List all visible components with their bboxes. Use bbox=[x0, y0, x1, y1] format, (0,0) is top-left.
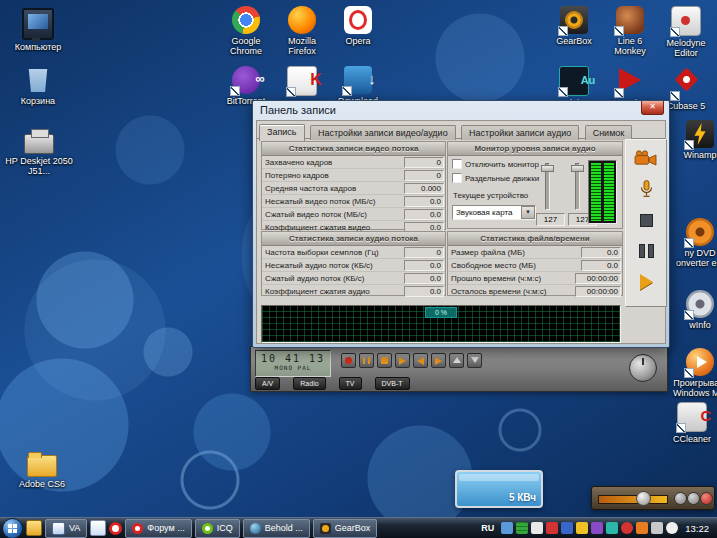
camcorder-icon bbox=[634, 150, 658, 166]
stat-value: 0.0 bbox=[404, 260, 444, 271]
volume-slider-handle[interactable] bbox=[636, 491, 651, 506]
tv-transport-row bbox=[341, 353, 482, 368]
taskbar-button-icq[interactable]: ICQ bbox=[195, 519, 240, 538]
tray-icon[interactable] bbox=[606, 522, 618, 534]
checkbox-icon[interactable] bbox=[452, 173, 462, 183]
desktop-icon-line6-monkey[interactable]: Line 6 Monkey bbox=[602, 6, 658, 66]
tv-record-button[interactable] bbox=[341, 353, 356, 368]
ccleaner-icon bbox=[677, 402, 707, 432]
desktop-icon-hp-printer[interactable]: HP Deskjet 2050 J51... bbox=[2, 128, 76, 176]
desktop-icon-windows-media-player[interactable]: Проигрыва... Windows M... bbox=[668, 348, 717, 398]
recycle-bin-icon bbox=[24, 66, 52, 94]
tv-pause-button[interactable] bbox=[359, 353, 374, 368]
icon-label: CCleaner bbox=[660, 434, 717, 444]
sound-device-select[interactable]: Звуковая карта ▼ bbox=[452, 205, 536, 220]
tray-icon[interactable] bbox=[621, 522, 633, 534]
windows-logo-icon bbox=[8, 524, 17, 533]
mute-monitor-checkbox[interactable]: Отключить монитор bbox=[452, 159, 539, 169]
volume-slider-bar bbox=[591, 486, 715, 510]
speaker-icon[interactable] bbox=[651, 522, 663, 534]
dialog-body: Запись Настройки записи видео/аудио Наст… bbox=[256, 120, 666, 344]
gadget-button-1[interactable] bbox=[674, 492, 687, 505]
stat-row: Потеряно кадров0 bbox=[262, 169, 445, 182]
tray-icon[interactable] bbox=[636, 522, 648, 534]
audio-monitor-group: Монитор уровня записи аудио Отключить мо… bbox=[447, 141, 623, 229]
stat-row: Прошло времени (ч:м:с)00:00:00 bbox=[448, 272, 622, 285]
desktop-icon-recycle-bin[interactable]: Корзина bbox=[6, 66, 70, 106]
play-button[interactable] bbox=[630, 270, 662, 294]
tv-av-button[interactable]: A/V bbox=[255, 377, 280, 390]
desktop-icon-melodyne[interactable]: Melodyne Editor bbox=[658, 6, 714, 66]
tab-snapshot[interactable]: Снимок bbox=[585, 125, 633, 140]
tv-tv-button[interactable]: TV bbox=[339, 377, 362, 390]
gadget-close-button[interactable] bbox=[700, 492, 713, 505]
desktop-icon-opera[interactable]: Opera bbox=[330, 6, 386, 66]
network-icon[interactable] bbox=[666, 522, 678, 534]
volume-knob[interactable] bbox=[629, 354, 657, 382]
desktop-icon-computer[interactable]: Компьютер bbox=[6, 8, 70, 52]
taskbar-button-forum[interactable]: Форум ... bbox=[125, 519, 191, 538]
tv-play-button[interactable] bbox=[395, 353, 410, 368]
tray-icon[interactable] bbox=[516, 522, 528, 534]
dvd-disc-icon bbox=[686, 290, 714, 318]
gadget-button-2[interactable] bbox=[687, 492, 700, 505]
chevron-down-icon[interactable]: ▼ bbox=[521, 206, 535, 219]
taskbar-button-gearbox[interactable]: GearBox bbox=[313, 519, 378, 538]
tray-icon[interactable] bbox=[561, 522, 573, 534]
tab-video-audio-settings[interactable]: Настройки записи видео/аудио bbox=[310, 125, 456, 140]
pause-button[interactable] bbox=[630, 239, 662, 263]
tv-prev-button[interactable] bbox=[413, 353, 428, 368]
stat-value: 0 bbox=[404, 157, 444, 168]
tab-audio-settings[interactable]: Настройки записи аудио bbox=[461, 125, 579, 140]
play-icon bbox=[640, 274, 653, 290]
language-indicator[interactable]: RU bbox=[477, 523, 498, 533]
bittorrent-icon bbox=[232, 66, 260, 94]
download-icon bbox=[344, 66, 372, 94]
tray-icon[interactable] bbox=[501, 522, 513, 534]
tray-icon[interactable] bbox=[591, 522, 603, 534]
close-icon[interactable]: ✕ bbox=[641, 101, 664, 115]
desktop-icon-chrome[interactable]: Google Chrome bbox=[218, 6, 274, 66]
quicklaunch-opera-icon[interactable] bbox=[109, 522, 122, 535]
stat-value: 0.0 bbox=[581, 260, 621, 271]
desktop-icon-adobe-cs6[interactable]: Adobe CS6 bbox=[10, 450, 74, 489]
checkbox-icon[interactable] bbox=[452, 159, 462, 169]
tab-record[interactable]: Запись bbox=[259, 124, 305, 141]
record-video-button[interactable] bbox=[630, 146, 662, 170]
icon-label: wInfo bbox=[668, 320, 717, 330]
start-button[interactable] bbox=[2, 518, 23, 538]
left-slider-handle[interactable] bbox=[541, 165, 554, 172]
record-audio-button[interactable] bbox=[630, 177, 662, 201]
tray-icon[interactable] bbox=[531, 522, 543, 534]
stop-button[interactable] bbox=[630, 208, 662, 232]
taskbar-button-va[interactable]: VA bbox=[45, 519, 87, 538]
volume-track[interactable] bbox=[598, 495, 668, 504]
split-sliders-checkbox[interactable]: Раздельные движки bbox=[452, 173, 539, 183]
transport-panel bbox=[625, 139, 667, 307]
tv-channel-down-button[interactable] bbox=[467, 353, 482, 368]
right-slider-handle[interactable] bbox=[571, 165, 584, 172]
desktop-icon-ccleaner[interactable]: CCleaner bbox=[660, 402, 717, 444]
icon-label: Winamp bbox=[668, 150, 717, 160]
tv-channel-up-button[interactable] bbox=[449, 353, 464, 368]
group-title: Статистика записи аудио потока bbox=[262, 232, 445, 246]
opera-icon bbox=[132, 523, 143, 534]
stat-value: 00:00:00 bbox=[575, 273, 621, 284]
desktop-icon-firefox[interactable]: Mozilla Firefox bbox=[274, 6, 330, 66]
tray-icon[interactable] bbox=[546, 522, 558, 534]
tray-icon[interactable] bbox=[576, 522, 588, 534]
quicklaunch-app-icon[interactable] bbox=[90, 520, 106, 536]
desktop-icon-dvdinfo[interactable]: wInfo bbox=[668, 290, 717, 330]
tv-radio-button[interactable]: Radio bbox=[293, 377, 325, 390]
taskbar-button-behold[interactable]: Behold ... bbox=[243, 519, 310, 538]
desktop-icon-winamp[interactable]: Winamp bbox=[668, 120, 717, 160]
quicklaunch-folder-icon[interactable] bbox=[26, 520, 42, 536]
tv-dvbt-button[interactable]: DVB-T bbox=[375, 377, 410, 390]
desktop-icon-gearbox[interactable]: GearBox bbox=[546, 6, 602, 66]
stat-row: Захвачено кадров0 bbox=[262, 156, 445, 169]
winamp-icon bbox=[686, 120, 714, 148]
tv-next-button[interactable] bbox=[431, 353, 446, 368]
tv-stop-button[interactable] bbox=[377, 353, 392, 368]
tv-source-buttons: A/V Radio TV DVB-T bbox=[255, 377, 410, 390]
desktop-icon-any-dvd-converter[interactable]: ny DVD onverter e... bbox=[668, 218, 717, 268]
